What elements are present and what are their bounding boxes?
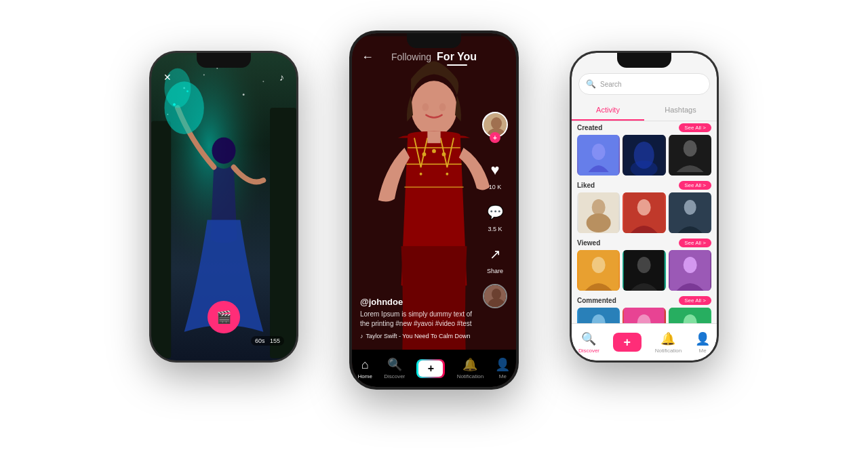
svg-point-7 xyxy=(216,68,218,69)
right-plus-icon: + xyxy=(624,335,631,350)
grid-item[interactable] xyxy=(669,192,711,233)
section-viewed-header: Viewed See All > xyxy=(577,239,711,247)
grid-item[interactable] xyxy=(577,250,620,291)
back-arrow-icon[interactable]: ← xyxy=(361,50,374,64)
svg-point-19 xyxy=(422,152,427,157)
right-me-icon: 👤 xyxy=(695,331,710,346)
nav-discover[interactable]: 🔍 Discover xyxy=(384,357,405,379)
see-all-liked[interactable]: See All > xyxy=(679,181,711,190)
like-icon[interactable]: ♥ xyxy=(483,158,507,182)
music-title: Taylor Swift - You Need To Calm Down xyxy=(366,333,471,339)
grid-item[interactable] xyxy=(577,135,620,176)
comment-icon[interactable]: 💬 xyxy=(483,200,507,224)
foryou-tab[interactable]: For You xyxy=(437,51,477,62)
home-icon: ⌂ xyxy=(361,358,369,372)
center-screen: ← Following For You xyxy=(352,33,516,387)
right-discover-icon: 🔍 xyxy=(581,331,596,346)
following-tab[interactable]: Following xyxy=(391,51,431,62)
center-bottom-info: @johndoe Lorem Ipsum is simply dummy tex… xyxy=(360,297,475,339)
me-icon: 👤 xyxy=(495,357,510,372)
nav-plus[interactable]: + xyxy=(416,359,445,378)
like-group: ♥ 10 K xyxy=(483,158,507,190)
svg-point-45 xyxy=(592,257,606,273)
svg-point-17 xyxy=(439,103,446,111)
grid-item[interactable] xyxy=(669,250,711,291)
see-all-created[interactable]: See All > xyxy=(679,123,711,132)
svg-point-8 xyxy=(212,138,235,164)
svg-point-36 xyxy=(683,140,696,157)
tab-underline xyxy=(447,64,467,66)
right-nav-me[interactable]: 👤 Me xyxy=(695,331,710,354)
svg-rect-18 xyxy=(427,131,440,143)
comment-count: 3.5 K xyxy=(488,226,502,232)
timer-count: 155 xyxy=(270,337,280,344)
see-all-viewed[interactable]: See All > xyxy=(679,239,711,247)
share-group: ↗ Share xyxy=(483,242,507,274)
section-commented: Commented See All > xyxy=(577,296,711,323)
svg-point-12 xyxy=(186,90,189,92)
svg-point-21 xyxy=(442,152,446,157)
svg-point-20 xyxy=(432,149,436,153)
nav-notification-label: Notification xyxy=(457,373,484,379)
grid-item[interactable] xyxy=(623,250,665,291)
music-note-icon: ♪ xyxy=(360,333,363,339)
close-icon[interactable]: ✕ xyxy=(163,72,172,83)
right-discover-label: Discover xyxy=(578,348,599,354)
center-header: ← Following For You xyxy=(352,51,516,63)
svg-point-47 xyxy=(637,257,651,273)
left-notch xyxy=(197,53,251,68)
svg-point-39 xyxy=(587,213,611,232)
svg-point-15 xyxy=(411,81,457,136)
username-label: @johndoe xyxy=(360,297,475,307)
nav-home[interactable]: ⌂ Home xyxy=(358,358,372,379)
nav-notification[interactable]: 🔔 Notification xyxy=(457,357,484,379)
svg-point-31 xyxy=(592,144,606,160)
right-notch xyxy=(617,53,671,68)
nav-discover-label: Discover xyxy=(384,373,405,379)
discover-icon: 🔍 xyxy=(387,357,402,372)
phone-left: ✕ ♪ 🎬 60s 155 xyxy=(149,51,298,363)
share-label: Share xyxy=(487,268,503,274)
notification-icon: 🔔 xyxy=(462,357,477,372)
phone-center: ← Following For You xyxy=(349,30,519,390)
caption-text: Lorem Ipsum is simply dummy text of the … xyxy=(360,310,475,329)
right-nav-discover[interactable]: 🔍 Discover xyxy=(578,331,599,354)
svg-point-11 xyxy=(173,103,176,106)
viewed-grid xyxy=(577,250,711,291)
music-info: ♪ Taylor Swift - You Need To Calm Down xyxy=(360,333,475,339)
share-icon[interactable]: ↗ xyxy=(483,242,507,266)
plus-button-inner: + xyxy=(418,360,443,377)
plus-icon: + xyxy=(428,363,434,375)
svg-rect-1 xyxy=(151,121,171,358)
tab-activity[interactable]: Activity xyxy=(572,100,644,121)
grid-item[interactable] xyxy=(669,135,711,176)
grid-item[interactable] xyxy=(577,308,620,323)
tab-hashtags[interactable]: Hashtags xyxy=(644,100,717,121)
grid-item[interactable] xyxy=(623,192,665,233)
svg-point-25 xyxy=(491,117,502,129)
music-icon[interactable]: ♪ xyxy=(279,72,284,83)
record-button[interactable]: 🎬 xyxy=(208,301,240,333)
section-commented-title: Commented xyxy=(577,297,616,304)
right-nav-plus[interactable]: + xyxy=(613,333,642,352)
search-bar[interactable]: 🔍 Search xyxy=(578,73,710,95)
bottom-avatar[interactable] xyxy=(483,284,507,308)
comment-group: 💬 3.5 K xyxy=(483,200,507,232)
center-actions: + ♥ 10 K 💬 3.5 K ↗ Share xyxy=(482,112,508,308)
grid-item[interactable] xyxy=(577,192,620,233)
grid-item[interactable] xyxy=(669,308,711,323)
svg-rect-2 xyxy=(270,108,296,358)
section-commented-header: Commented See All > xyxy=(577,296,711,305)
created-grid xyxy=(577,135,711,176)
see-all-commented[interactable]: See All > xyxy=(679,296,711,305)
follow-plus-badge[interactable]: + xyxy=(490,132,500,143)
nav-me[interactable]: 👤 Me xyxy=(495,357,510,379)
right-nav-notification[interactable]: 🔔 Notification xyxy=(655,331,682,354)
right-notification-icon: 🔔 xyxy=(660,331,675,346)
grid-item[interactable] xyxy=(623,308,665,323)
right-content: Created See All > xyxy=(572,121,717,323)
section-viewed-title: Viewed xyxy=(577,239,600,247)
grid-item[interactable] xyxy=(623,135,665,176)
svg-point-41 xyxy=(637,199,651,215)
right-nav: 🔍 Discover + 🔔 Notification 👤 M xyxy=(572,323,717,360)
